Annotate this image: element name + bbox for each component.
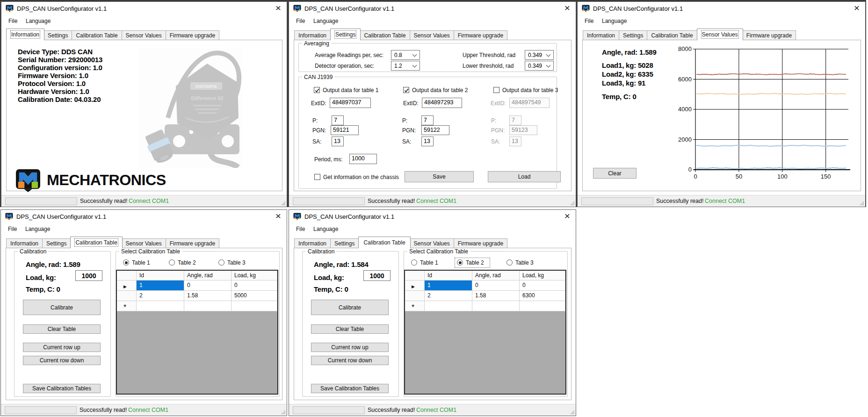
tab-calibration-table[interactable]: Calibration Table [360,30,410,40]
sa2-input[interactable]: 13 [421,137,434,146]
tab-firmware-upgrade[interactable]: Firmware upgrade [743,30,796,40]
connect-com1-link[interactable]: Connect COM1 [129,198,169,204]
p2-input[interactable]: 7 [421,115,434,125]
pgn1-input[interactable]: 59121 [331,125,359,135]
extid3-input[interactable]: 484897549 [509,98,550,108]
load-button[interactable]: Load [488,171,561,182]
tab-calibration-table[interactable]: Calibration Table [70,237,122,248]
resize-grip[interactable] [570,410,575,415]
tab-firmware-upgrade[interactable]: Firmware upgrade [166,30,219,40]
grid-cell[interactable]: 1.58 [472,291,520,301]
grid-cell[interactable]: 5000 [231,291,277,301]
current-row-down-button[interactable]: Current row down [311,356,389,365]
save-calibration-tables-button[interactable]: Save Calibration Tables [23,384,101,393]
grid-cell[interactable] [137,301,184,311]
grid-cell[interactable] [425,301,472,311]
output-table2-checkbox[interactable] [403,87,409,93]
grid-cell[interactable] [184,301,231,311]
connect-com1-link[interactable]: Connect COM1 [128,407,168,413]
tab-sensor-values[interactable]: Sensor Values [122,238,166,248]
grid-cell[interactable]: 1 [137,280,184,291]
grid-cell[interactable]: 0 [231,280,277,291]
table2-radio[interactable] [457,259,463,266]
menu-file[interactable]: File [585,18,593,24]
grid-cell[interactable] [520,301,565,311]
table3-radio[interactable] [218,259,224,266]
extid2-input[interactable]: 484897293 [422,98,462,108]
resize-grip[interactable] [860,201,864,206]
close-icon[interactable]: × [564,2,570,14]
current-row-down-button[interactable]: Current row down [23,356,101,365]
tab-information[interactable]: Information [6,238,43,248]
tab-firmware-upgrade[interactable]: Firmware upgrade [166,238,219,248]
clear-table-button[interactable]: Clear Table [311,324,389,334]
chassis-checkbox[interactable] [314,174,320,180]
connect-com1-link[interactable]: Connect COM1 [416,198,456,204]
tab-information[interactable]: Information [294,238,331,248]
menu-language[interactable]: Language [313,18,338,24]
tab-firmware-upgrade[interactable]: Firmware upgrade [454,238,507,248]
sa3-input[interactable]: 13 [509,137,521,146]
resize-grip[interactable] [570,201,575,206]
tab-calibration-table[interactable]: Calibration Table [358,237,410,248]
sa1-input[interactable]: 13 [332,137,344,146]
menu-language[interactable]: Language [602,18,627,24]
table2-radio[interactable] [169,259,175,266]
load-input[interactable]: 1000 [75,270,102,281]
save-calibration-tables-button[interactable]: Save Calibration Tables [311,384,389,393]
tab-settings[interactable]: Settings [43,238,71,248]
grid-cell[interactable]: 2 [137,291,184,301]
tab-sensor-values[interactable]: Sensor Values [410,30,454,40]
calibrate-button[interactable]: Calibrate [311,300,389,315]
period-input[interactable]: 1000 [349,154,377,164]
grid-cell[interactable] [231,301,277,311]
close-icon[interactable]: × [275,210,281,222]
grid-cell[interactable]: 6300 [520,291,565,301]
tab-calibration-table[interactable]: Calibration Table [647,30,697,40]
tab-calibration-table[interactable]: Calibration Table [72,30,122,40]
menu-language[interactable]: Language [313,226,338,232]
clear-table-button[interactable]: Clear Table [23,324,101,334]
connect-com1-link[interactable]: Connect COM1 [705,198,745,204]
calibration-grid[interactable]: Id Angle, rad Load, kg ▶ 1 0 0 2 1.58 50… [116,270,278,395]
menu-language[interactable]: Language [25,226,50,232]
close-icon[interactable]: × [854,2,860,14]
tab-firmware-upgrade[interactable]: Firmware upgrade [454,30,507,40]
table1-radio[interactable] [123,259,129,266]
resize-grip[interactable] [281,201,286,206]
pgn3-input[interactable]: 59123 [509,125,537,135]
menu-language[interactable]: Language [26,18,51,24]
p1-input[interactable]: 7 [332,115,344,125]
tab-information[interactable]: Information [294,30,331,40]
pgn2-input[interactable]: 59122 [421,125,449,135]
calibrate-button[interactable]: Calibrate [23,300,101,315]
tab-settings[interactable]: Settings [331,238,359,248]
extid1-input[interactable]: 484897037 [330,98,371,108]
calibration-grid[interactable]: Id Angle, rad Load, kg ▶ 1 0 0 2 1.58 63… [404,270,566,395]
p3-input[interactable]: 7 [509,115,521,125]
tab-settings[interactable]: Settings [619,30,647,40]
tab-settings[interactable]: Settings [44,30,72,40]
grid-cell[interactable]: 2 [425,291,472,301]
save-button[interactable]: Save [405,171,474,182]
upper-threshold-combo[interactable]: 0.349 [525,50,554,60]
table3-radio[interactable] [506,259,513,266]
menu-file[interactable]: File [296,18,305,24]
lower-threshold-combo[interactable]: 0.349 [525,61,554,71]
grid-cell[interactable] [472,301,520,311]
tab-sensor-values[interactable]: Sensor Values [697,29,743,40]
grid-cell[interactable]: 0 [472,280,520,291]
menu-file[interactable]: File [8,18,17,24]
output-table3-checkbox[interactable] [493,87,499,93]
current-row-up-button[interactable]: Current row up [311,343,389,352]
connect-com1-link[interactable]: Connect COM1 [416,407,456,413]
close-icon[interactable]: × [564,210,570,222]
tab-information[interactable]: Information [583,30,619,40]
close-icon[interactable]: × [275,2,281,14]
menu-file[interactable]: File [8,226,17,232]
current-row-up-button[interactable]: Current row up [23,343,101,352]
load-input[interactable]: 1000 [363,270,391,281]
tab-settings[interactable]: Settings [330,29,361,40]
grid-cell[interactable]: 0 [520,280,565,291]
avg-readings-combo[interactable]: 0.8 [391,50,420,60]
